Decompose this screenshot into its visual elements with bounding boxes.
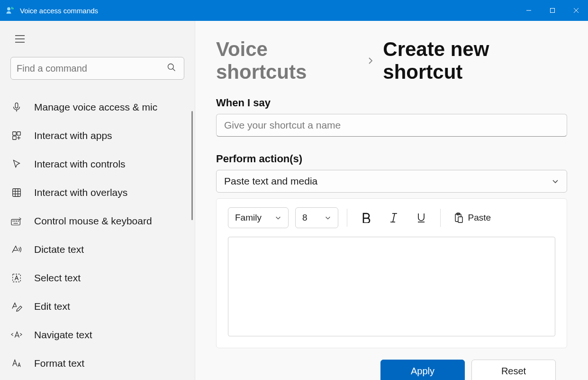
- font-size-select[interactable]: 8: [295, 207, 338, 228]
- chevron-down-icon: [275, 214, 281, 221]
- apply-button[interactable]: Apply: [380, 360, 465, 380]
- main-content: Voice shortcuts Create new shortcut When…: [195, 21, 588, 380]
- svg-point-25: [16, 221, 17, 221]
- font-family-select[interactable]: Family: [228, 207, 289, 228]
- editor-card: Family 8: [216, 198, 567, 348]
- apply-label: Apply: [411, 366, 434, 377]
- svg-rect-37: [458, 217, 462, 222]
- titlebar-left: Voice access commands: [5, 5, 98, 16]
- toolbar-separator: [440, 209, 441, 227]
- keyboard-icon: [10, 215, 23, 227]
- sidebar-item-label: Interact with apps: [34, 130, 112, 141]
- clipboard-icon: [454, 213, 463, 223]
- svg-point-26: [18, 221, 18, 221]
- app-icon: [5, 5, 15, 16]
- svg-rect-1: [11, 7, 12, 9]
- nav-list: Manage voice access & mic Interact with …: [0, 87, 195, 378]
- sidebar-item-label: Select text: [34, 272, 81, 284]
- shortcut-name-input[interactable]: [216, 114, 567, 137]
- svg-rect-2: [13, 8, 14, 9]
- sidebar-item-label: Format text: [34, 358, 84, 369]
- window-controls: [517, 0, 588, 21]
- app-window: Voice access commands: [0, 0, 588, 380]
- app-body: Manage voice access & mic Interact with …: [0, 21, 588, 380]
- sidebar-item-dictate-text[interactable]: Dictate text: [0, 235, 195, 264]
- dictate-icon: [10, 243, 23, 256]
- sidebar-item-label: Manage voice access & mic: [34, 102, 157, 113]
- pointer-icon: [10, 158, 23, 170]
- italic-button[interactable]: [383, 207, 404, 228]
- edit-text-icon: [10, 300, 23, 313]
- svg-rect-4: [551, 9, 555, 13]
- sidebar-item-label: Control mouse & keyboard: [34, 215, 152, 227]
- svg-rect-16: [13, 136, 16, 139]
- titlebar: Voice access commands: [0, 0, 588, 21]
- app-title: Voice access commands: [20, 7, 98, 15]
- sidebar-item-label: Interact with overlays: [34, 187, 127, 198]
- sidebar-item-label: Edit text: [34, 301, 70, 312]
- svg-point-0: [7, 7, 10, 10]
- svg-rect-14: [13, 132, 16, 135]
- toolbar-separator: [347, 209, 347, 227]
- sidebar-item-mouse-keyboard[interactable]: Control mouse & keyboard: [0, 207, 195, 235]
- sidebar-item-label: Navigate text: [34, 329, 92, 341]
- sidebar-item-label: Interact with controls: [34, 158, 126, 170]
- chevron-right-icon: [367, 57, 374, 65]
- underline-button[interactable]: [411, 207, 432, 228]
- reset-button[interactable]: Reset: [471, 360, 556, 380]
- paste-button[interactable]: Paste: [449, 207, 496, 228]
- search-icon: [167, 63, 178, 74]
- hamburger-button[interactable]: [10, 29, 29, 48]
- sidebar-item-interact-overlays[interactable]: Interact with overlays: [0, 178, 195, 207]
- sidebar-item-label: Dictate text: [34, 244, 84, 255]
- sidebar-top: [0, 21, 195, 80]
- chevron-down-icon: [552, 177, 559, 185]
- font-family-label: Family: [235, 213, 262, 223]
- editor-toolbar: Family 8: [228, 207, 555, 228]
- minimize-button[interactable]: [517, 0, 541, 21]
- svg-line-33: [393, 213, 395, 222]
- breadcrumb-current: Create new shortcut: [383, 38, 567, 83]
- svg-rect-22: [11, 219, 20, 225]
- when-i-say-label: When I say: [216, 97, 567, 109]
- search-field[interactable]: [10, 57, 184, 80]
- perform-actions-label: Perform action(s): [216, 153, 567, 165]
- action-select-value: Paste text and media: [224, 176, 317, 187]
- maximize-button[interactable]: [541, 0, 564, 21]
- action-buttons: Apply Reset: [216, 360, 556, 380]
- apps-icon: [10, 130, 23, 142]
- sidebar-item-edit-text[interactable]: Edit text: [0, 292, 195, 321]
- paste-label: Paste: [468, 213, 491, 223]
- svg-point-24: [15, 221, 15, 221]
- search-input[interactable]: [17, 63, 167, 74]
- reset-label: Reset: [501, 366, 526, 377]
- svg-point-10: [168, 64, 174, 70]
- breadcrumb: Voice shortcuts Create new shortcut: [216, 38, 567, 83]
- svg-point-23: [13, 221, 13, 221]
- chevron-down-icon: [325, 214, 331, 221]
- breadcrumb-root[interactable]: Voice shortcuts: [216, 38, 358, 83]
- sidebar-item-interact-controls[interactable]: Interact with controls: [0, 150, 195, 178]
- close-button[interactable]: [564, 0, 588, 21]
- action-select[interactable]: Paste text and media: [216, 170, 567, 193]
- svg-rect-17: [13, 189, 21, 197]
- sidebar: Manage voice access & mic Interact with …: [0, 21, 195, 380]
- mic-icon: [10, 101, 23, 113]
- bold-button[interactable]: [356, 207, 377, 228]
- sidebar-item-select-text[interactable]: Select text: [0, 264, 195, 292]
- sidebar-scrollbar[interactable]: [191, 111, 193, 220]
- editor-textarea[interactable]: [228, 237, 555, 336]
- sidebar-item-truncated[interactable]: [0, 87, 195, 93]
- sidebar-item-navigate-text[interactable]: Navigate text: [0, 321, 195, 349]
- font-size-value: 8: [302, 213, 308, 223]
- svg-rect-15: [17, 132, 20, 135]
- sidebar-item-manage-voice[interactable]: Manage voice access & mic: [0, 93, 195, 121]
- sidebar-item-format-text[interactable]: Format text: [0, 349, 195, 378]
- svg-rect-12: [15, 103, 18, 108]
- format-text-icon: [10, 357, 23, 370]
- select-text-icon: [10, 272, 23, 284]
- grid-icon: [10, 186, 23, 199]
- navigate-text-icon: [10, 329, 23, 341]
- svg-line-11: [173, 69, 175, 71]
- sidebar-item-interact-apps[interactable]: Interact with apps: [0, 121, 195, 150]
